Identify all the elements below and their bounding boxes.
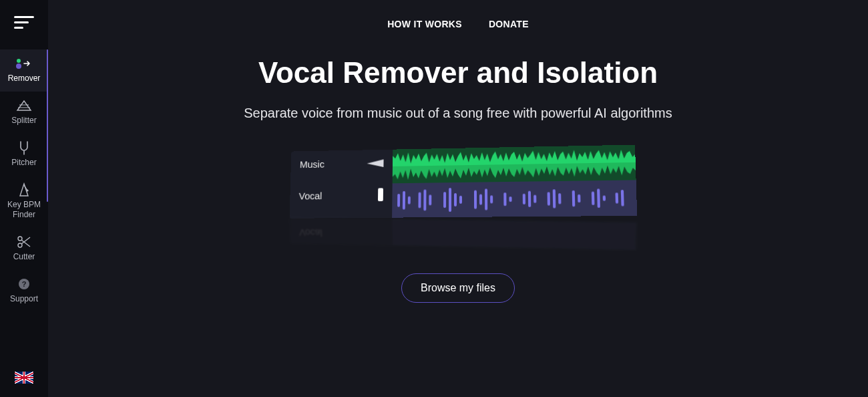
slider-knob-icon	[378, 188, 383, 201]
browse-files-button[interactable]: Browse my files	[401, 273, 515, 303]
page-subtitle: Separate voice from music out of a song …	[48, 106, 868, 121]
svg-rect-40	[578, 194, 580, 203]
waveform-music	[393, 145, 636, 184]
svg-rect-29	[485, 188, 487, 210]
scissors-icon	[17, 235, 31, 249]
svg-rect-22	[429, 194, 431, 205]
sidebar-item-splitter[interactable]: Splitter	[0, 92, 48, 134]
svg-point-4	[16, 63, 21, 69]
svg-rect-21	[423, 190, 426, 211]
svg-rect-36	[548, 192, 550, 205]
svg-rect-19	[408, 196, 411, 205]
svg-rect-25	[454, 193, 457, 207]
sidebar-item-label: Splitter	[11, 116, 36, 126]
metronome-icon	[17, 182, 31, 197]
svg-rect-0	[14, 16, 34, 18]
track-label-music: Music	[300, 158, 324, 170]
svg-rect-42	[597, 188, 600, 208]
svg-rect-27	[474, 190, 477, 209]
svg-rect-43	[603, 195, 606, 201]
sidebar-item-label: Remover	[8, 74, 41, 84]
svg-rect-30	[490, 195, 493, 203]
waveform-vocal	[392, 180, 637, 217]
language-selector[interactable]	[15, 372, 33, 384]
sidebar-item-label: Pitcher	[11, 158, 36, 168]
svg-rect-31	[503, 192, 506, 206]
svg-rect-34	[528, 191, 531, 207]
svg-rect-38	[558, 193, 561, 204]
svg-rect-44	[615, 192, 618, 203]
svg-rect-2	[14, 27, 23, 29]
svg-rect-46	[392, 219, 636, 250]
svg-rect-26	[459, 196, 462, 204]
svg-rect-18	[403, 191, 405, 210]
sidebar: Remover Splitter Pitcher	[0, 0, 48, 397]
hamburger-icon	[14, 16, 34, 29]
help-icon: ?	[17, 277, 31, 291]
svg-rect-35	[533, 195, 536, 203]
svg-rect-23	[443, 192, 446, 208]
menu-toggle[interactable]	[14, 16, 34, 29]
sidebar-item-label: Key BPM Finder	[7, 200, 41, 220]
svg-rect-24	[449, 188, 451, 212]
svg-text:?: ?	[22, 280, 27, 288]
top-nav: HOW IT WORKS DONATE	[48, 19, 868, 29]
svg-point-8	[26, 189, 28, 191]
remover-icon	[15, 56, 33, 71]
track-label-vocal: Vocal	[298, 190, 322, 201]
volume-triangle-icon	[367, 159, 383, 167]
svg-rect-20	[418, 192, 421, 209]
page-title: Vocal Remover and Isolation	[48, 56, 868, 90]
svg-rect-39	[572, 190, 576, 207]
illustration-reflection: Vocal	[290, 217, 636, 249]
svg-rect-17	[397, 194, 400, 207]
sidebar-item-label: Support	[10, 294, 38, 304]
svg-rect-28	[479, 194, 482, 205]
sidebar-item-remover[interactable]: Remover	[0, 49, 48, 92]
pitcher-icon	[18, 140, 30, 155]
svg-rect-45	[621, 190, 624, 207]
main: HOW IT WORKS DONATE Vocal Remover and Is…	[48, 0, 868, 397]
track-controls: Music Vocal	[289, 150, 393, 219]
flag-uk-icon	[15, 372, 33, 384]
svg-rect-33	[523, 194, 525, 205]
svg-rect-1	[14, 21, 29, 23]
svg-point-3	[17, 59, 21, 63]
hero-illustration: Music Vocal	[284, 148, 632, 247]
sidebar-item-label: Cutter	[13, 252, 35, 262]
sidebar-item-support[interactable]: ? Support	[0, 270, 48, 312]
sidebar-item-pitcher[interactable]: Pitcher	[0, 134, 48, 176]
nav-donate[interactable]: DONATE	[489, 19, 529, 29]
svg-rect-41	[592, 192, 595, 205]
svg-rect-32	[509, 196, 511, 202]
splitter-icon	[15, 98, 33, 113]
sidebar-item-keybpm[interactable]: Key BPM Finder	[0, 176, 48, 228]
svg-rect-16	[392, 180, 637, 217]
sidebar-item-cutter[interactable]: Cutter	[0, 228, 48, 270]
svg-rect-37	[553, 189, 556, 208]
sidebar-items: Remover Splitter Pitcher	[0, 49, 48, 312]
nav-how-it-works[interactable]: HOW IT WORKS	[387, 19, 462, 29]
